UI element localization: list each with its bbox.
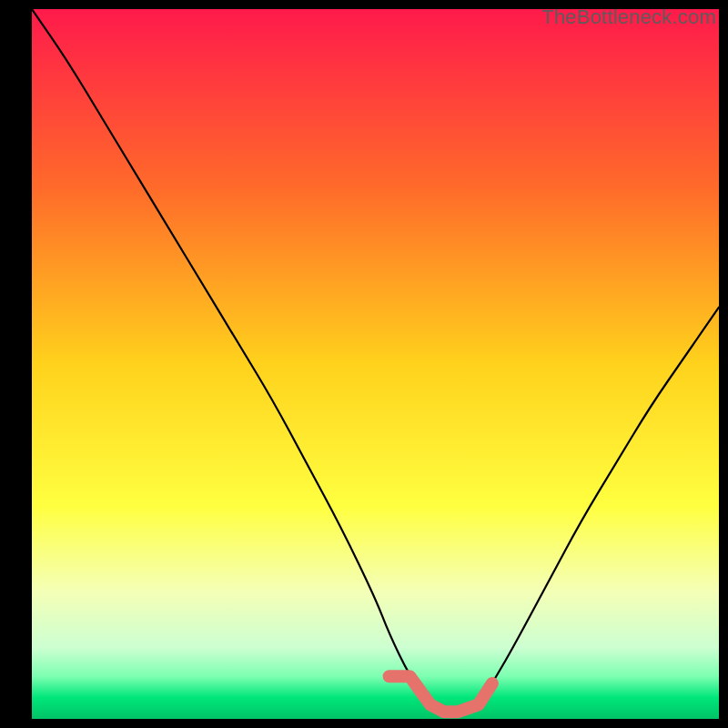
watermark-text: TheBottleneck.com — [541, 5, 716, 29]
bottleneck-chart — [32, 9, 719, 719]
svg-rect-0 — [32, 9, 719, 719]
